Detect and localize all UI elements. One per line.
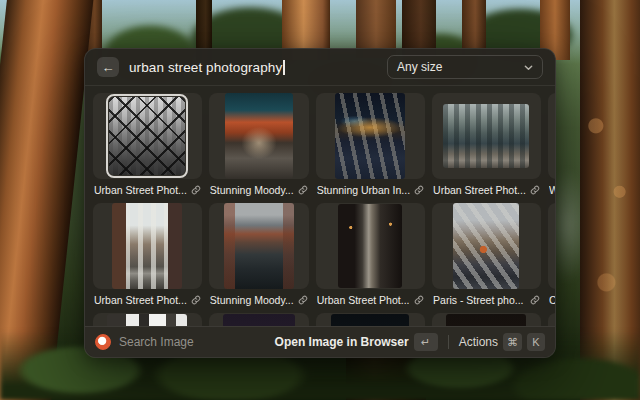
- result-thumbnail: [225, 93, 293, 179]
- link-icon: [298, 185, 308, 195]
- redwood-trunk: [462, 0, 486, 55]
- result-title: Stunning Urban In...: [317, 184, 410, 196]
- chevron-down-icon: [524, 63, 533, 72]
- result-title: Stunning Moody...: [210, 184, 294, 196]
- link-icon: [298, 295, 308, 305]
- result-title: Urban Street Phot...: [317, 294, 410, 306]
- actions-button[interactable]: Actions: [459, 335, 498, 349]
- result-thumbnail: [443, 104, 529, 168]
- results-grid: Urban Street Phot... Stunning Moody... S…: [85, 86, 555, 358]
- result-title: Urban Street Phot...: [94, 184, 187, 196]
- result-item[interactable]: Urban Street Phot...: [432, 93, 541, 197]
- link-icon: [414, 185, 424, 195]
- result-title: Stunning Moody...: [210, 294, 294, 306]
- result-title: City Road Photog...: [549, 294, 556, 306]
- search-header: ← urban street photography Any size: [85, 49, 555, 86]
- footer-divider: [448, 335, 449, 349]
- command-title: Search Image: [119, 335, 194, 349]
- search-input[interactable]: urban street photography: [129, 60, 387, 75]
- size-filter-dropdown[interactable]: Any size: [387, 55, 543, 79]
- result-item[interactable]: City Road Photog...: [548, 203, 556, 307]
- cmd-key-icon: ⌘: [503, 333, 522, 351]
- back-arrow-icon: ←: [102, 60, 115, 75]
- result-thumbnail: [224, 203, 294, 289]
- result-item[interactable]: What Is Urban La...: [548, 93, 556, 197]
- result-item[interactable]: Stunning Moody...: [209, 203, 309, 307]
- search-query-text: urban street photography: [129, 60, 282, 75]
- result-title: Urban Street Phot...: [94, 294, 187, 306]
- result-thumbnail: [453, 203, 519, 289]
- link-icon: [530, 295, 540, 305]
- result-item[interactable]: Urban Street Phot...: [93, 203, 202, 307]
- action-bar: Search Image Open Image in Browser ↵ Act…: [85, 326, 555, 357]
- primary-action-button[interactable]: Open Image in Browser: [275, 335, 409, 349]
- return-key-icon: ↵: [414, 333, 438, 351]
- link-icon: [191, 295, 201, 305]
- back-button[interactable]: ←: [97, 57, 119, 77]
- link-icon: [191, 185, 201, 195]
- result-thumbnail: [338, 204, 402, 288]
- result-item[interactable]: Urban Street Phot...: [93, 93, 202, 197]
- result-title: Urban Street Phot...: [433, 184, 526, 196]
- duckduckgo-icon: [95, 334, 111, 350]
- link-icon: [414, 295, 424, 305]
- result-item[interactable]: Paris - Street pho...: [432, 203, 541, 307]
- result-thumbnail: [112, 203, 182, 289]
- result-item[interactable]: Stunning Moody...: [209, 93, 309, 197]
- result-thumbnail: [109, 97, 185, 175]
- text-cursor: [283, 60, 285, 75]
- link-icon: [530, 185, 540, 195]
- result-title: What Is Urban La...: [549, 184, 556, 196]
- result-item[interactable]: Stunning Urban In...: [316, 93, 425, 197]
- image-search-window: ← urban street photography Any size Urba…: [84, 48, 556, 358]
- result-thumbnail: [335, 93, 405, 179]
- result-item[interactable]: Urban Street Phot...: [316, 203, 425, 307]
- k-key-icon: K: [527, 333, 545, 351]
- result-title: Paris - Street pho...: [433, 294, 523, 306]
- size-filter-value: Any size: [397, 60, 442, 74]
